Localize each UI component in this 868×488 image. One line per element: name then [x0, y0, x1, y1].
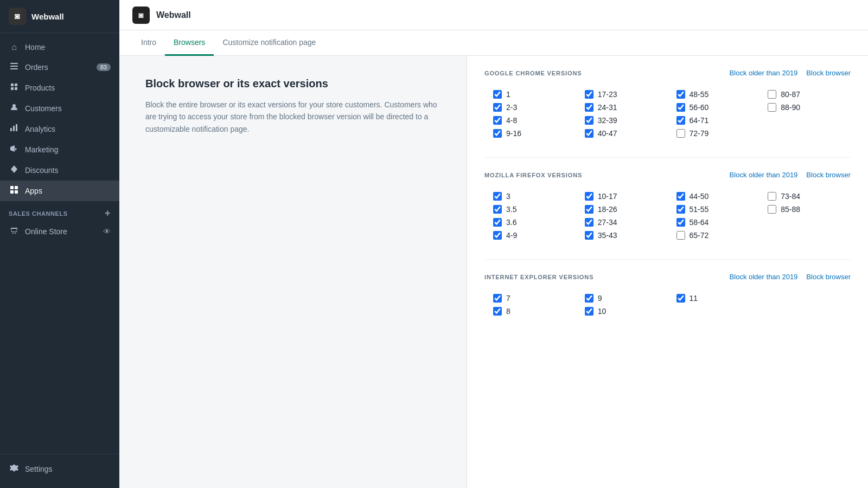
- app-logo-icon: ◙: [132, 7, 150, 24]
- version-checkbox[interactable]: [585, 103, 593, 112]
- version-checkbox[interactable]: [585, 192, 593, 201]
- tab-intro[interactable]: Intro: [132, 30, 165, 56]
- version-checkbox[interactable]: [585, 116, 593, 125]
- version-checkbox[interactable]: [493, 205, 502, 214]
- version-checkbox[interactable]: [493, 129, 502, 138]
- version-label: 3.6: [506, 218, 516, 227]
- chrome-block-browser-link[interactable]: Block browser: [806, 69, 851, 77]
- version-checkbox[interactable]: [493, 192, 502, 201]
- firefox-header: MOZILLA FIREFOX VERSIONS Block older tha…: [484, 171, 851, 183]
- version-item: 40-47: [585, 129, 668, 138]
- version-label: 2-3: [506, 103, 517, 112]
- firefox-section: MOZILLA FIREFOX VERSIONS Block older tha…: [484, 171, 851, 240]
- firefox-block-browser-link[interactable]: Block browser: [806, 171, 851, 179]
- ie-block-browser-link[interactable]: Block browser: [806, 273, 851, 281]
- sidebar-item-home[interactable]: ⌂ Home: [0, 37, 119, 57]
- version-checkbox[interactable]: [493, 294, 502, 303]
- home-icon: ⌂: [9, 42, 20, 52]
- app-title: Webwall: [156, 10, 191, 20]
- version-checkbox[interactable]: [676, 294, 685, 303]
- version-label: 10: [598, 307, 607, 316]
- version-item: 27-34: [585, 218, 668, 227]
- main-area: ◙ Webwall Intro Browsers Customize notif…: [119, 0, 868, 488]
- version-label: 32-39: [598, 116, 617, 125]
- sidebar-item-online-store[interactable]: Online Store 👁: [0, 221, 119, 242]
- apps-icon: [9, 185, 20, 196]
- version-label: 10-17: [598, 192, 617, 201]
- panel-description: Block the entire browser or its exact ve…: [145, 99, 441, 135]
- version-label: 11: [690, 294, 698, 303]
- online-store-icon: [9, 226, 20, 237]
- version-checkbox[interactable]: [676, 90, 685, 99]
- version-checkbox[interactable]: [585, 90, 593, 99]
- tab-customize[interactable]: Customize notification page: [214, 30, 324, 56]
- ie-versions-grid: 7911810: [484, 294, 851, 316]
- svg-rect-8: [15, 186, 18, 189]
- version-item-empty: [768, 294, 851, 303]
- version-label: 80-87: [781, 90, 800, 99]
- tab-bar: Intro Browsers Customize notification pa…: [119, 30, 868, 56]
- version-checkbox[interactable]: [676, 192, 685, 201]
- version-item-empty: [768, 231, 851, 240]
- version-checkbox[interactable]: [676, 103, 685, 112]
- version-checkbox[interactable]: [768, 103, 776, 112]
- sidebar-item-orders[interactable]: Orders 83: [0, 57, 119, 78]
- version-item: 10-17: [585, 192, 668, 201]
- sidebar-item-marketing[interactable]: Marketing: [0, 139, 119, 160]
- version-checkbox[interactable]: [493, 307, 502, 316]
- version-checkbox[interactable]: [585, 205, 593, 214]
- tab-browsers[interactable]: Browsers: [165, 30, 214, 56]
- sidebar-item-customers[interactable]: Customers: [0, 98, 119, 119]
- version-checkbox[interactable]: [585, 294, 593, 303]
- version-item: 9: [585, 294, 668, 303]
- panel-title: Block browser or its exact versions: [145, 78, 441, 90]
- version-item: 44-50: [676, 192, 760, 201]
- settings-icon: [9, 464, 20, 474]
- version-checkbox[interactable]: [585, 231, 593, 240]
- marketing-icon: [9, 144, 20, 155]
- sidebar-item-products[interactable]: Products: [0, 78, 119, 98]
- chrome-actions: Block older than 2019 Block browser: [730, 69, 851, 77]
- version-checkbox[interactable]: [676, 231, 685, 240]
- version-item: 51-55: [676, 205, 760, 214]
- sidebar-item-analytics[interactable]: Analytics: [0, 119, 119, 139]
- version-checkbox[interactable]: [493, 90, 502, 99]
- svg-rect-0: [10, 63, 18, 64]
- sidebar-item-label: Marketing: [25, 145, 58, 154]
- version-item: 8: [493, 307, 576, 316]
- version-checkbox[interactable]: [493, 103, 502, 112]
- version-label: 72-79: [690, 129, 709, 138]
- sidebar-item-discounts[interactable]: Discounts: [0, 160, 119, 181]
- sales-channels-section: SALES CHANNELS +: [0, 201, 119, 221]
- sidebar-logo-text: Webwall: [31, 12, 64, 21]
- chrome-block-older-link[interactable]: Block older than 2019: [730, 69, 798, 77]
- ie-section-title: INTERNET EXPLORER VERSIONS: [484, 274, 593, 280]
- version-checkbox[interactable]: [768, 192, 776, 201]
- version-item: 17-23: [585, 90, 668, 99]
- sidebar-item-label: Analytics: [25, 125, 55, 133]
- chrome-section: GOOGLE CHROME VERSIONS Block older than …: [484, 69, 851, 138]
- sidebar-item-label: Home: [25, 43, 45, 52]
- firefox-block-older-link[interactable]: Block older than 2019: [730, 171, 798, 179]
- version-checkbox[interactable]: [493, 218, 502, 227]
- version-checkbox[interactable]: [676, 218, 685, 227]
- version-checkbox[interactable]: [585, 307, 593, 316]
- version-checkbox[interactable]: [676, 116, 685, 125]
- ie-block-older-link[interactable]: Block older than 2019: [730, 273, 798, 281]
- version-item: 7: [493, 294, 576, 303]
- version-checkbox[interactable]: [676, 205, 685, 214]
- add-sales-channel-button[interactable]: +: [105, 208, 111, 219]
- svg-rect-10: [15, 190, 18, 194]
- sidebar-item-settings[interactable]: Settings: [0, 459, 119, 479]
- version-checkbox[interactable]: [585, 129, 593, 138]
- version-label: 9: [598, 294, 602, 303]
- version-checkbox[interactable]: [493, 116, 502, 125]
- sidebar-item-apps[interactable]: Apps: [0, 181, 119, 201]
- version-checkbox[interactable]: [768, 205, 776, 214]
- version-checkbox[interactable]: [676, 129, 685, 138]
- version-checkbox[interactable]: [585, 218, 593, 227]
- sidebar-nav: ⌂ Home Orders 83 Products Customers: [0, 33, 119, 454]
- version-checkbox[interactable]: [493, 231, 502, 240]
- version-checkbox[interactable]: [768, 90, 776, 99]
- version-label: 9-16: [506, 129, 521, 138]
